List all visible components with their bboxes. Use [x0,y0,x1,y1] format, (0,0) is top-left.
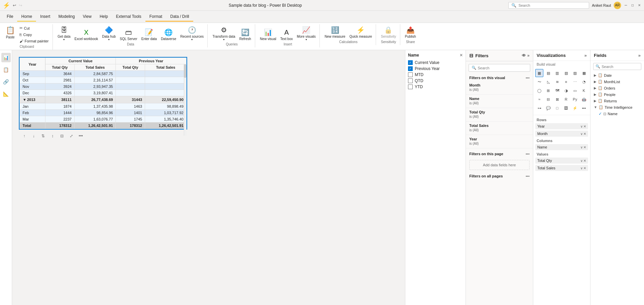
focus-mode-btn[interactable]: ⤢ [67,132,75,140]
filters-on-visual-more[interactable]: ••• [526,76,530,80]
viz-icon-image[interactable]: 🖼 [562,104,570,112]
viz-icon-waterfall[interactable]: ≡ [562,78,570,86]
rows-month-remove[interactable]: ✕ [583,132,586,136]
text-box-btn[interactable]: A Text box [278,28,294,42]
copy-btn[interactable]: ⎘ Copy [18,32,50,38]
vertical-scrollbar[interactable] [184,64,187,136]
filter-expand-icon[interactable]: » [527,53,530,58]
field-tree-item-returns[interactable]: ▶ 📋 Returns [590,98,644,104]
format-painter-btn[interactable]: 🖌 Format painter [18,38,50,44]
viz-icon-more[interactable]: ••• [580,104,588,112]
add-data-fields-btn[interactable]: Add data fields here [469,160,530,170]
viz-icon-ribbon[interactable]: ≋ [553,78,561,86]
menu-item-help[interactable]: Help [96,12,112,22]
sql-server-btn[interactable]: 🗃 SQL Server [118,28,139,42]
viz-icon-kpi[interactable]: K [580,87,588,95]
fields-expand-icon[interactable]: » [638,53,641,58]
menu-item-external-tools[interactable]: External Tools [112,12,145,22]
title-bar-search-box[interactable]: 🔍 [508,2,589,9]
fields-search-input[interactable] [602,65,639,69]
refresh-btn[interactable]: 🔄 Refresh [238,27,253,42]
field-tree-item-date[interactable]: ▶ 📋 Date [590,72,644,78]
enter-data-btn[interactable]: 📝 Enter data [140,27,159,42]
viz-icon-decomp[interactable]: ⊶ [535,104,543,112]
transform-data-btn[interactable]: ⚙ Transform data ▼ [211,25,237,42]
sensitivity-btn[interactable]: 🔒 Sensitivity [379,25,398,39]
menu-item-view[interactable]: View [79,12,96,22]
sidebar-model-icon[interactable]: 🔗 [1,77,11,87]
sidebar-data-icon[interactable]: 📋 [1,65,11,74]
new-visual-btn[interactable]: 📊 New visual [258,27,278,42]
get-data-btn[interactable]: 🗄 Get data ▼ [56,25,72,42]
menu-item-insert[interactable]: Insert [36,12,54,22]
quick-measure-btn[interactable]: ⚡ Quick measure [348,25,374,39]
filter-btn[interactable]: ⊟ [58,132,66,140]
values-qty-remove[interactable]: ✕ [583,159,586,163]
filters-on-page-more[interactable]: ••• [526,152,530,156]
viz-icon-area[interactable]: ◺ [544,78,552,86]
new-measure-btn[interactable]: 🔢 New measure [323,25,347,39]
viz-icon-more1[interactable]: ▩ [580,69,588,77]
undo-btn[interactable]: ↩ [13,3,16,8]
menu-item-home[interactable]: Home [17,12,36,22]
viz-icon-line[interactable]: 〜 [535,78,543,86]
table-visual[interactable]: Year Current Value Previous Year Total Q… [19,57,187,130]
viz-icon-stacked-bar[interactable]: ▦ [535,69,543,77]
viz-icon-treemap[interactable]: ⊞ [544,87,552,95]
more-options-btn[interactable]: ••• [77,132,85,140]
menu-item-data-drill[interactable]: Data / Drill [166,12,193,22]
title-search-input[interactable] [518,3,566,7]
field-tree-item-orders[interactable]: ▶ 📋 Orders [590,85,644,91]
columns-name-remove[interactable]: ✕ [583,145,586,149]
name-panel-collapse-icon[interactable]: ✕ [460,53,463,58]
filter-search-input[interactable] [478,66,527,70]
field-tree-item-time-intelligence[interactable]: ▼ 📋 Time Intelligence [590,104,644,110]
menu-item-modeling[interactable]: Modeling [54,12,79,22]
collapse-all-btn[interactable]: ↕ [48,132,57,140]
viz-icon-bar[interactable]: ▤ [544,69,552,77]
checkbox-mtd[interactable] [408,72,413,77]
fields-search-box[interactable]: 🔍 [593,63,641,70]
viz-icon-ai[interactable]: 🤖 [580,95,588,103]
filter-search-box[interactable]: 🔍 [469,64,530,72]
values-sales-remove[interactable]: ✕ [583,166,586,170]
viz-expand-icon[interactable]: » [584,53,587,58]
viz-icon-scatter[interactable]: ⋯ [571,78,579,86]
viz-icon-gauge[interactable]: ◑ [562,87,570,95]
menu-item-format[interactable]: Format [145,12,166,22]
recent-sources-btn[interactable]: 🕐 Recent sources ▼ [178,25,205,42]
viz-icon-donut[interactable]: ◯ [535,87,543,95]
checkbox-current-value[interactable]: ✓ [408,60,413,65]
values-qty-dropdown[interactable]: ∨ [580,159,583,163]
data-hub-btn[interactable]: 🔷 Data hub ▼ [100,25,117,42]
viz-icon-shape[interactable]: □ [553,104,561,112]
rows-month-dropdown[interactable]: ∨ [580,132,583,136]
excel-workbook-btn[interactable]: X Excel workbook [73,28,100,42]
viz-icon-stacked-col[interactable]: ▥ [553,69,561,77]
values-sales-dropdown[interactable]: ∨ [580,166,583,170]
viz-icon-col[interactable]: ▧ [562,69,570,77]
filters-on-all-pages-more[interactable]: ••• [526,174,530,178]
viz-icon-slicer[interactable]: ≈ [535,95,543,103]
rows-year-dropdown[interactable]: ∨ [580,125,583,128]
close-btn[interactable]: ✕ [637,3,641,7]
scroll-thumb[interactable] [184,64,187,78]
menu-item-file[interactable]: File [3,12,17,22]
drill-up-btn[interactable]: ↑ [20,132,28,140]
redo-btn[interactable]: ↪ [19,3,22,8]
field-tree-item-people[interactable]: ▶ 📋 People [590,91,644,98]
field-tree-item-monthlist[interactable]: ▶ 📋 MonthList [590,78,644,85]
checkbox-ytd[interactable] [408,84,413,89]
columns-name-dropdown[interactable]: ∨ [580,145,583,149]
expand-all-btn[interactable]: ⇅ [39,132,47,140]
viz-icon-matrix[interactable]: ⊠ [553,95,561,103]
viz-icon-pie[interactable]: ◔ [580,78,588,86]
filter-eye-icon[interactable]: 👁 [522,53,526,58]
viz-icon-card[interactable]: ▭ [571,87,579,95]
drill-down-btn[interactable]: ↓ [30,132,38,140]
publish-btn[interactable]: 📤 Publish [403,25,418,39]
minimize-btn[interactable]: ─ [624,3,628,7]
expand-icon[interactable]: ▼ [23,98,27,102]
checkbox-previous-year[interactable]: ✓ [408,66,413,71]
viz-icon-custom[interactable]: ⚡ [571,104,579,112]
